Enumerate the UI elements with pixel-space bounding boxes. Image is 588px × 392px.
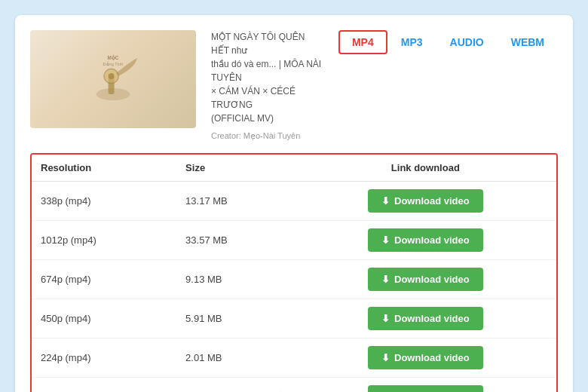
cell-download: ⬇Download video <box>295 299 556 338</box>
download-video-button-2[interactable]: ⬇Download video <box>368 268 483 291</box>
cell-size: 5.91 MB <box>176 299 295 338</box>
table-header-row: Resolution Size Link download <box>32 155 556 182</box>
cell-resolution: 1012p (mp4) <box>32 221 176 260</box>
table-row: 1012p (mp4)33.57 MB⬇Download video <box>32 221 556 260</box>
download-icon: ⬇ <box>381 195 390 207</box>
main-container: MỘC Đồng Tình MỘT NGÀY TÔI QUÊN HẾT như … <box>15 15 573 392</box>
tabs-section: MP4 MP3 AUDIO WEBM <box>338 30 558 59</box>
col-size: Size <box>176 155 295 182</box>
video-info: MỘT NGÀY TÔI QUÊN HẾT như thầu dó và em.… <box>211 30 323 141</box>
cell-resolution: 674p (mp4) <box>32 260 176 299</box>
table-row: 450p (mp4)5.91 MB⬇Download video <box>32 299 556 338</box>
download-icon: ⬇ <box>381 352 390 363</box>
tab-audio[interactable]: AUDIO <box>436 30 498 54</box>
cell-size: 9.13 MB <box>176 260 295 299</box>
download-video-button-3[interactable]: ⬇Download video <box>368 307 483 330</box>
tab-webm[interactable]: WEBM <box>498 30 558 54</box>
cell-size: 13.17 MB <box>176 182 295 221</box>
cell-download: ⬇Download video➜ <box>295 378 556 393</box>
download-icon: ⬇ <box>381 274 390 285</box>
download-table-section: Resolution Size Link download 338p (mp4)… <box>30 153 558 392</box>
download-icon: ⬇ <box>381 313 390 324</box>
tab-mp4[interactable]: MP4 <box>338 30 387 54</box>
cell-download: ⬇Download video <box>295 338 556 378</box>
download-video-button-1[interactable]: ⬇Download video <box>368 228 483 252</box>
top-section: MỘC Đồng Tình MỘT NGÀY TÔI QUÊN HẾT như … <box>30 30 558 141</box>
cell-resolution: 134p (mp4) <box>32 378 176 393</box>
table-row: 224p (mp4)2.01 MB⬇Download video <box>32 338 556 378</box>
cell-download: ⬇Download video <box>295 260 556 299</box>
download-table: Resolution Size Link download 338p (mp4)… <box>32 155 556 392</box>
gramophone-icon: MỘC Đồng Tình <box>83 49 143 109</box>
cell-size: 2.01 MB <box>176 338 295 378</box>
tabs-row: MP4 MP3 AUDIO WEBM <box>338 30 558 54</box>
table-row: 674p (mp4)9.13 MB⬇Download video <box>32 260 556 299</box>
cell-size: 1.06 MB <box>176 378 295 393</box>
svg-point-3 <box>109 73 115 79</box>
col-link: Link download <box>295 155 556 182</box>
download-video-button-5[interactable]: ⬇Download video <box>368 385 483 392</box>
cell-download: ⬇Download video <box>295 221 556 260</box>
download-video-button-0[interactable]: ⬇Download video <box>368 189 483 213</box>
table-row: 134p (mp4)1.06 MB⬇Download video➜ <box>32 378 556 393</box>
cell-download: ⬇Download video <box>295 182 556 221</box>
svg-text:MỘC: MỘC <box>108 54 119 61</box>
table-row: 338p (mp4)13.17 MB⬇Download video <box>32 182 556 221</box>
video-title-text: MỘT NGÀY TÔI QUÊN HẾT như thầu dó và em.… <box>211 30 323 125</box>
cell-resolution: 450p (mp4) <box>32 299 176 338</box>
download-video-button-4[interactable]: ⬇Download video <box>368 346 483 369</box>
download-icon: ⬇ <box>381 234 390 246</box>
svg-text:Đồng Tình: Đồng Tình <box>103 61 124 66</box>
cell-resolution: 224p (mp4) <box>32 338 176 378</box>
video-thumbnail: MỘC Đồng Tình <box>30 30 196 128</box>
col-resolution: Resolution <box>32 155 176 182</box>
creator-info: Creator: Mẹo-Nài Tuyên <box>211 131 323 141</box>
cell-resolution: 338p (mp4) <box>32 182 176 221</box>
tab-mp3[interactable]: MP3 <box>387 30 436 54</box>
cell-size: 33.57 MB <box>176 221 295 260</box>
